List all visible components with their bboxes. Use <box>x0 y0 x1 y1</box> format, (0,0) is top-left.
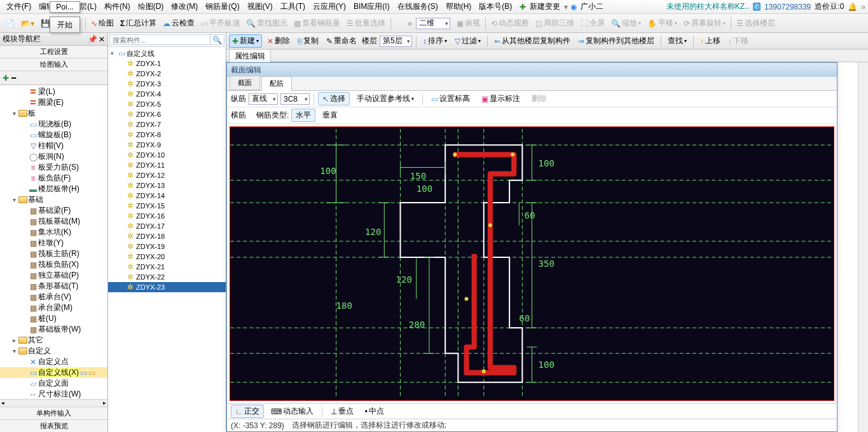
select-floor-button[interactable]: ☰选择楼层 <box>734 17 778 30</box>
tree-node[interactable]: ▩基础板带(W) <box>0 324 107 335</box>
draw-input-tab[interactable]: 绘图输入 <box>0 58 107 71</box>
tree-node[interactable]: ▸其它 <box>0 335 107 346</box>
find-button[interactable]: 查找▾ <box>665 35 689 47</box>
tree-node[interactable]: ▩条形基础(T) <box>0 281 107 292</box>
pan-button[interactable]: ✋平移▾ <box>645 17 680 30</box>
zoom-button[interactable]: 🔍缩放▾ <box>609 17 644 30</box>
tree-node[interactable]: ▩承台梁(M) <box>0 302 107 313</box>
close-icon[interactable]: ✕ <box>99 35 105 44</box>
rotate-button[interactable]: ⟳屏幕旋转▾ <box>681 17 728 30</box>
tree-node[interactable]: ▩筏板主筋(R) <box>0 248 107 259</box>
list-item[interactable]: ✲ZDYX-23 <box>108 282 226 292</box>
rebar-spec-select[interactable]: 3C8 <box>280 93 310 105</box>
menu-bim[interactable]: BIM应用(I) <box>350 0 394 13</box>
perp-snap-button[interactable]: ⊥垂点 <box>326 405 358 418</box>
report-preview-tab[interactable]: 报表预览 <box>0 419 107 432</box>
view-2d-select[interactable]: 二维 <box>416 18 450 29</box>
find-button[interactable]: 🔍查找图元 <box>244 17 290 30</box>
section-tab[interactable]: 截面 <box>230 76 260 90</box>
new-change-button[interactable]: 新建变更 <box>526 0 564 13</box>
tree-node[interactable]: ▩桩(U) <box>0 313 107 324</box>
tree-node[interactable]: ▩独立基础(P) <box>0 270 107 281</box>
list-item[interactable]: ✲ZDYX-15 <box>108 201 226 211</box>
delete-rebar-button[interactable]: 删除 <box>527 92 551 105</box>
mid-snap-button[interactable]: •中点 <box>361 405 389 418</box>
expand-icon[interactable]: » <box>861 3 865 11</box>
tree-node[interactable]: ▭螺旋板(B) <box>0 130 107 140</box>
list-item[interactable]: ✲ZDYX-14 <box>108 191 226 201</box>
list-item[interactable]: ✲ZDYX-1 <box>108 58 226 69</box>
cloud-check-button[interactable]: ☁云检查 <box>160 17 197 30</box>
menu-help[interactable]: 帮助(H) <box>442 0 476 13</box>
list-item[interactable]: ✲ZDYX-7 <box>108 119 226 130</box>
menu-tools[interactable]: 工具(T) <box>277 0 309 13</box>
single-input-tab[interactable]: 单构件输入 <box>0 407 107 419</box>
expand-icon[interactable]: » <box>408 19 412 28</box>
tree-node[interactable]: ▩基础梁(F) <box>0 205 107 216</box>
tree-node[interactable]: ≡板受力筋(S) <box>0 162 107 173</box>
bird-view-button[interactable]: ▣俯视 <box>454 17 483 30</box>
poi-popup[interactable]: Poi... <box>50 1 80 13</box>
up-button[interactable]: ↑上移 <box>698 35 723 47</box>
new-file-icon[interactable]: 📄 <box>3 18 17 29</box>
warning-label[interactable]: 未使用的柱大样名称KZ.. <box>666 1 749 12</box>
fullscreen-button[interactable]: ⛶全屏 <box>578 17 607 30</box>
open-icon[interactable]: 📂▾ <box>18 18 37 29</box>
vertical-button[interactable]: 垂直 <box>318 109 342 122</box>
pin-icon[interactable]: 📌 <box>88 35 97 44</box>
item-tree[interactable]: ▾▭自定义线✲ZDYX-1✲ZDYX-2✲ZDYX-3✲ZDYX-4✲ZDYX-… <box>108 47 226 432</box>
sum-button[interactable]: Σ 汇总计算 <box>118 17 159 30</box>
tree-node[interactable]: ▩集水坑(K) <box>0 227 107 238</box>
tree-node[interactable]: ▽柱帽(V) <box>0 140 107 151</box>
dynamic-input-button[interactable]: ⌨动态输入 <box>266 405 318 418</box>
right-scrollbar[interactable] <box>858 62 868 432</box>
tree-node[interactable]: ▩柱墩(Y) <box>0 238 107 248</box>
horizontal-button[interactable]: 水平 <box>291 109 315 122</box>
line-type-select[interactable]: 直线 <box>249 93 278 105</box>
menu-draw[interactable]: 绘图(D) <box>134 0 168 13</box>
list-item[interactable]: ✲ZDYX-2 <box>108 69 226 79</box>
list-item[interactable]: ✲ZDYX-22 <box>108 272 226 282</box>
tree-node[interactable]: 〓梁(L) <box>0 86 107 97</box>
menu-cloud[interactable]: 云应用(Y) <box>309 0 350 13</box>
list-item[interactable]: ✲ZDYX-4 <box>108 89 226 99</box>
menu-view[interactable]: 视图(V) <box>244 0 277 13</box>
down-button[interactable]: ↓下移 <box>726 35 751 47</box>
menu-version[interactable]: 版本号(B) <box>475 0 516 13</box>
tree-node[interactable]: ▾基础 <box>0 194 107 205</box>
rebar-tab[interactable]: 配筋 <box>261 76 292 91</box>
manual-ref-button[interactable]: 手动设置参考线▾ <box>352 92 418 105</box>
show-dim-button[interactable]: ▣显示标注 <box>477 92 525 105</box>
list-item[interactable]: ✲ZDYX-16 <box>108 211 226 221</box>
menu-component[interactable]: 构件(N) <box>100 0 134 13</box>
tab-minus-icon[interactable]: ━ <box>11 74 16 83</box>
list-item[interactable]: ✲ZDYX-12 <box>108 170 226 180</box>
set-elevation-button[interactable]: ▭设置标高 <box>427 92 474 105</box>
steel-button[interactable]: ▦查看钢筋量 <box>291 17 343 30</box>
list-item[interactable]: ✲ZDYX-17 <box>108 221 226 231</box>
local-3d-button[interactable]: ◫局部三维 <box>533 17 577 30</box>
start-button[interactable]: 开始 <box>50 17 80 33</box>
item-root[interactable]: ▾▭自定义线 <box>108 48 226 58</box>
batch-button[interactable]: ☰批量选择 <box>344 17 388 30</box>
menu-modify[interactable]: 修改(M) <box>167 0 202 13</box>
list-item[interactable]: ✲ZDYX-9 <box>108 140 226 150</box>
list-item[interactable]: ✲ZDYX-18 <box>108 231 226 241</box>
list-item[interactable]: ✲ZDYX-11 <box>108 160 226 170</box>
tree-node[interactable]: ◯板洞(N) <box>0 151 107 162</box>
list-item[interactable]: ✲ZDYX-10 <box>108 150 226 160</box>
project-settings-tab[interactable]: 工程设置 <box>0 46 107 58</box>
tree-node[interactable]: ✕自定义点 <box>0 356 107 367</box>
list-item[interactable]: ✲ZDYX-13 <box>108 180 226 191</box>
tree-node[interactable]: ↔尺寸标注(W) <box>0 389 107 399</box>
tree-node[interactable]: ▩桩承台(V) <box>0 292 107 302</box>
list-item[interactable]: ✲ZDYX-8 <box>108 130 226 140</box>
filter-button[interactable]: ▽过滤▾ <box>452 35 483 47</box>
floor-select[interactable]: 第5层 <box>380 36 412 47</box>
bell-icon[interactable]: 🔔 <box>848 3 857 11</box>
sort-button[interactable]: ↕排序▾ <box>420 35 450 47</box>
section-canvas[interactable]: 100 150 100 100 60 120 350 120 180 <box>230 126 834 401</box>
menu-rebar[interactable]: 钢筋量(Q) <box>202 0 243 13</box>
new-button[interactable]: ✚新建▾ <box>229 34 262 48</box>
draw-button[interactable]: ∿绘图 <box>88 17 116 30</box>
